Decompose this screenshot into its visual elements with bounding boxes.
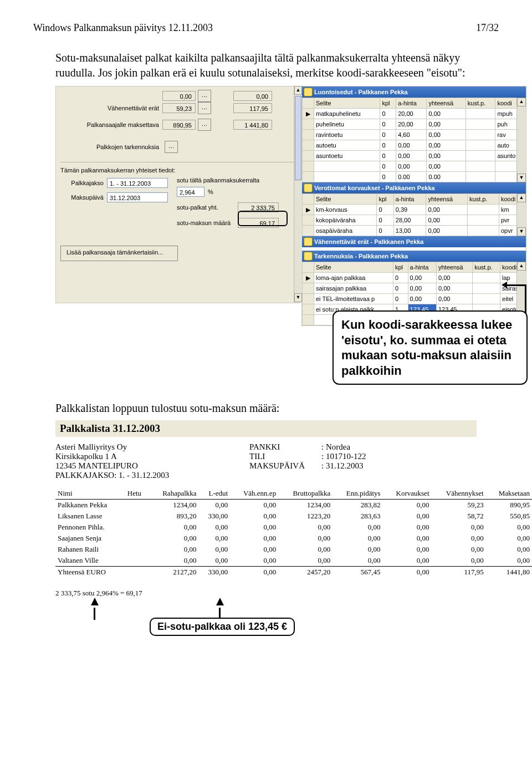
panel-luontoisedut-title[interactable]: Luontoisedut - Palkkanen Pekka xyxy=(302,86,526,98)
tark-label: Palkkojen tarkennuksia xyxy=(60,144,162,150)
maksettava-label: Palkansaajalle maksettava xyxy=(60,121,162,128)
palkkajakso-input[interactable]: 1. - 31.12.2003 xyxy=(107,178,168,188)
company-addr2: 12345 MANTELIPURO xyxy=(55,461,249,471)
palkkalista-table: NimiHetuRahapalkkaL-edutVäh.enn.epBrutto… xyxy=(55,488,532,578)
maksupv-value: : 31.12.2003 xyxy=(321,461,410,471)
panel-vahennettavat-title[interactable]: Vähennettävät erät - Palkkanen Pekka xyxy=(302,236,526,247)
scrollbar-main[interactable]: ▲ ▼ xyxy=(294,86,302,302)
pankki-value: : Nordea xyxy=(321,442,410,452)
maksupv-label: MAKSUPÄIVÄ xyxy=(249,461,321,471)
arrow-up-icon xyxy=(91,598,99,605)
luontoisedut-grid[interactable]: Selitekpla-hintayhteensäkust.p.koodi▶mat… xyxy=(302,98,526,182)
arrow-stem xyxy=(94,608,95,620)
scrollbar[interactable]: ▲ ▼ xyxy=(516,98,526,182)
scroll-down-icon[interactable]: ▼ xyxy=(517,227,526,236)
vah-v1: 59,23 xyxy=(162,103,196,113)
mid-paragraph: Palkkalistan loppuun tulostuu sotu-maksu… xyxy=(55,402,499,415)
vahennettavat-label: Vähennettävät erät xyxy=(60,105,162,111)
scroll-up-icon[interactable]: ▲ xyxy=(517,98,526,106)
sotu-kerta-label: sotu tältä palkanmaksukerralta xyxy=(177,177,295,184)
sotu-maksun-label: sotu-maksun määrä xyxy=(177,220,238,226)
tili-label: TILI xyxy=(249,452,321,461)
panel-tarkennuksia-title[interactable]: Tarkennuksia - Palkkanen Pekka xyxy=(302,251,526,262)
company-name: Asteri Malliyritys Oy xyxy=(55,442,249,452)
arrow-left-icon xyxy=(502,282,507,288)
doc-header-left: Windows Palkanmaksun päivitys 12.11.2003 xyxy=(33,22,213,34)
company-addr1: Kirsikkapolku 1 A xyxy=(55,452,249,461)
maksupaiva-label: Maksupäivä xyxy=(60,194,107,201)
add-palkansaaja-button[interactable]: Lisää palkansaaja tämänkertaisiin... xyxy=(60,246,178,261)
sotu-pct-input[interactable]: 2,964 xyxy=(177,187,204,197)
pankki-label: PANKKI xyxy=(249,442,321,452)
arrow-up-icon xyxy=(216,598,224,605)
right-panels: Luontoisedut - Palkkanen Pekka Selitekpl… xyxy=(301,86,526,326)
highlight-sotu-palkat xyxy=(238,211,288,226)
scroll-down-icon[interactable]: ▼ xyxy=(294,293,302,302)
sotu-calc-line: 2 333,75 sotu 2,964% = 69,17 xyxy=(55,589,488,598)
scroll-down-icon[interactable]: ▼ xyxy=(517,174,526,182)
palkkalista-report: Palkkalista 31.12.2003 Asteri Malliyrity… xyxy=(44,420,488,636)
scroll-up-icon[interactable]: ▲ xyxy=(517,262,526,271)
bottom-callout: Ei-sotu-palkkaa oli 123,45 € xyxy=(150,618,295,636)
report-title: Palkkalista 31.12.2003 xyxy=(55,420,477,437)
maksupaiva-input[interactable]: 31.12.2003 xyxy=(107,192,168,202)
yhteiset-label: Tämän palkanmaksukerran yhteiset tiedot: xyxy=(60,167,295,174)
app-screenshot: 0,00 … 0,00 Vähennettävät erät 59,23 … 1… xyxy=(55,86,499,374)
sotu-palkat-label: sotu-palkat yht. xyxy=(177,204,238,211)
mak-v1: 890,95 xyxy=(162,120,196,130)
scroll-up-icon[interactable]: ▲ xyxy=(517,193,526,202)
dots-button[interactable]: … xyxy=(165,141,178,153)
callout-connector xyxy=(504,284,526,286)
intro-paragraph: Sotu-maksunalaiset palkat kaikilta palka… xyxy=(55,50,477,80)
report-jakso: PALKKAJAKSO: 1. - 31.12.2003 xyxy=(55,471,249,480)
panel-verottomat-title[interactable]: Verottomat korvaukset - Palkkanen Pekka xyxy=(302,182,526,193)
scrollbar[interactable]: ▲ ▼ xyxy=(516,193,526,236)
dots-button[interactable]: … xyxy=(198,90,211,102)
doc-header-right: 17/32 xyxy=(476,22,499,34)
scroll-thumb[interactable] xyxy=(295,96,301,180)
verottomat-grid[interactable]: Selitekpla-hintayhteensäkust.p.koodi▶km-… xyxy=(302,193,526,236)
mak-v3: 1 441,80 xyxy=(233,120,272,130)
vah-v3: 117,95 xyxy=(233,103,272,113)
palkkajakso-label: Palkkajakso xyxy=(60,180,107,186)
dots-button[interactable]: … xyxy=(198,119,211,131)
value-top3: 0,00 xyxy=(233,91,272,101)
value-top1: 0,00 xyxy=(162,91,196,101)
tili-value: : 101710-122 xyxy=(321,452,410,461)
scroll-up-icon[interactable]: ▲ xyxy=(294,86,302,95)
callout-eisotu: Kun koodi-sarakkeessa lukee 'eisotu', ko… xyxy=(332,310,528,385)
percent-sign: % xyxy=(208,189,213,195)
left-panel: 0,00 … 0,00 Vähennettävät erät 59,23 … 1… xyxy=(55,86,300,303)
dots-button[interactable]: … xyxy=(198,102,211,114)
